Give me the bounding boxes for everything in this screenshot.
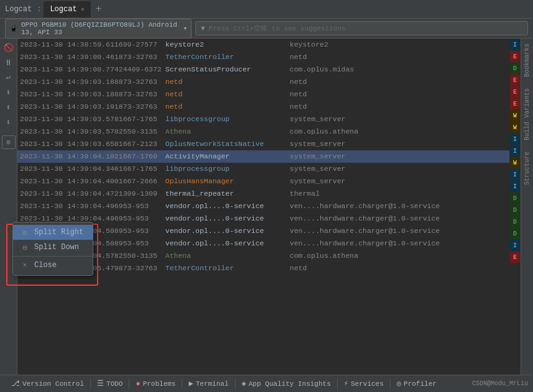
device-selector[interactable]: 📱 OPPO PGBM10 (D6FQIZIB6PTO89LJ) Android… bbox=[5, 19, 192, 39]
level-badge: D bbox=[510, 193, 520, 204]
level-badge: I bbox=[510, 169, 520, 180]
table-row[interactable]: 2023-11-30 14:39:03.188 873-32763 netd n… bbox=[17, 88, 509, 101]
table-row[interactable]: 2023-11-30 14:39:03.578 2550-3135 Athena… bbox=[17, 125, 509, 138]
close-icon[interactable]: ✕ bbox=[81, 6, 85, 13]
log-pid: 1667-2666 bbox=[119, 176, 165, 187]
level-badge: D bbox=[510, 204, 520, 216]
log-pkg: system_server bbox=[290, 151, 414, 162]
split-right-label: Split Right bbox=[34, 228, 83, 237]
scroll-end-button[interactable]: ⬇ bbox=[2, 86, 16, 99]
log-tag: libprocessgroup bbox=[165, 163, 290, 175]
tab-bar: Logcat : Logcat ✕ + bbox=[0, 0, 533, 19]
menu-separator bbox=[13, 256, 93, 257]
table-row[interactable]: 2023-11-30 14:39:04.400 1667-2666 OplusH… bbox=[17, 175, 509, 188]
log-pkg: com.oplus.athena bbox=[290, 250, 414, 262]
tab-logcat-label: Logcat bbox=[50, 5, 76, 14]
version-control-icon: ⎇ bbox=[11, 379, 20, 388]
left-sidebar: 🚫 ⏸ ↩ ⬇ ⬆ ⬇ ⊞ bbox=[0, 39, 17, 375]
log-pid: 1309-1309 bbox=[119, 188, 165, 199]
log-pkg: com.oplus.athena bbox=[290, 126, 414, 137]
log-tag: thermal_repeater bbox=[165, 188, 290, 199]
log-time: 2023-11-30 14:38:59.611 bbox=[20, 39, 119, 50]
log-tag: ActivityManager bbox=[165, 151, 290, 162]
level-badge: I bbox=[510, 134, 520, 145]
log-tag: OplusNetworkStatsNative bbox=[165, 139, 290, 150]
clear-button[interactable]: 🚫 bbox=[2, 41, 16, 55]
log-pid: 699-27577 bbox=[119, 39, 165, 50]
pause-button[interactable]: ⏸ bbox=[2, 56, 16, 70]
log-pkg: system_server bbox=[290, 139, 414, 150]
table-row[interactable]: 2023-11-30 14:39:03.578 1667-1765 libpro… bbox=[17, 113, 509, 125]
filter-input[interactable]: ▼ Press Ctrl+空格 to see suggestions bbox=[195, 21, 528, 35]
todo-icon: ☰ bbox=[97, 379, 104, 388]
split-right-icon: ⊞ bbox=[21, 229, 29, 237]
log-pkg: com.oplus.midas bbox=[290, 64, 414, 75]
log-tag: Athena bbox=[165, 250, 290, 262]
table-row[interactable]: 2023-11-30 14:39:03.658 1667-2123 OplusN… bbox=[17, 138, 509, 150]
up-button[interactable]: ⬆ bbox=[2, 101, 16, 114]
log-pid: 1667-2123 bbox=[119, 139, 165, 150]
table-row[interactable]: 2023-11-30 14:39:03.191 873-32763 netd n… bbox=[17, 101, 509, 113]
app-quality-label: App Quality Insights bbox=[249, 380, 331, 388]
level-badge: I bbox=[510, 181, 520, 192]
terminal-button[interactable]: ▶ Terminal bbox=[182, 375, 234, 392]
level-badge: D bbox=[510, 228, 520, 239]
log-pkg: keystore2 bbox=[290, 39, 414, 50]
build-variants-tab[interactable]: Build Variants bbox=[522, 83, 532, 145]
log-pid: 873-32763 bbox=[119, 101, 165, 112]
level-badge: E bbox=[510, 98, 520, 109]
terminal-label: Terminal bbox=[196, 380, 229, 388]
level-badge: E bbox=[510, 75, 520, 86]
add-tab-button[interactable]: + bbox=[92, 4, 106, 15]
log-pkg: netd bbox=[290, 89, 414, 100]
tab-logcat[interactable]: Logcat ✕ bbox=[44, 1, 90, 17]
table-row[interactable]: 2023-11-30 14:39:00.461 873-32763 Tether… bbox=[17, 51, 509, 63]
log-pkg: ven....hardware.charger@1.0-service bbox=[290, 226, 440, 237]
table-row[interactable]: 2023-11-30 14:39:00.774 24409-6372 Scree… bbox=[17, 63, 509, 76]
split-right-menu-item[interactable]: ⊞ Split Right bbox=[13, 225, 93, 240]
app-quality-icon: ◈ bbox=[242, 379, 246, 388]
log-time: 2023-11-30 14:39:04.472 bbox=[20, 188, 119, 199]
log-pkg: thermal bbox=[290, 188, 414, 199]
log-pkg: netd bbox=[290, 101, 414, 112]
services-button[interactable]: ⚡ Services bbox=[338, 375, 390, 392]
android-icon: 📱 bbox=[9, 24, 18, 32]
far-right-tabs: Bookmarks Build Variants Structure bbox=[521, 39, 533, 375]
profiler-icon: ◎ bbox=[397, 379, 401, 388]
level-badge: D bbox=[510, 63, 520, 74]
log-pid: 24409-6372 bbox=[119, 64, 165, 75]
structure-tab[interactable]: Structure bbox=[522, 147, 532, 190]
level-badge: W bbox=[510, 122, 520, 133]
todo-button[interactable]: ☰ TODO bbox=[91, 375, 129, 392]
table-row[interactable]: 2023-11-30 14:38:59.611 699-27577 keysto… bbox=[17, 39, 509, 51]
table-row[interactable]: 2023-11-30 14:39:04.102 1667-1760 Activi… bbox=[17, 150, 509, 163]
table-row[interactable]: 2023-11-30 14:39:04.496 953-953 vendor.o… bbox=[17, 200, 509, 212]
profiler-button[interactable]: ◎ Profiler bbox=[391, 375, 443, 392]
level-badge: I bbox=[510, 145, 520, 157]
table-row[interactable]: 2023-11-30 14:39:04.472 1309-1309 therma… bbox=[17, 188, 509, 200]
table-row[interactable]: 2023-11-30 14:39:04.346 1667-1765 libpro… bbox=[17, 163, 509, 175]
table-row[interactable]: 2023-11-30 14:39:03.188 873-32763 netd n… bbox=[17, 76, 509, 88]
split-down-menu-item[interactable]: ⊟ Split Down bbox=[13, 240, 93, 255]
log-pkg: netd bbox=[290, 52, 414, 63]
log-tag: netd bbox=[165, 89, 290, 100]
split-button[interactable]: ⊞ bbox=[2, 135, 16, 149]
log-tag: vendor.opl....0-service bbox=[165, 213, 290, 224]
filter-icon: ▼ bbox=[201, 25, 205, 32]
device-name: OPPO PGBM10 (D6FQIZIB6PTO89LJ) Android 1… bbox=[21, 21, 179, 36]
log-area[interactable]: 2023-11-30 14:38:59.611 699-27577 keysto… bbox=[17, 39, 509, 375]
close-menu-item[interactable]: × Close bbox=[13, 258, 93, 273]
log-pid: 1667-1760 bbox=[119, 151, 165, 162]
log-time: 2023-11-30 14:39:04.346 bbox=[20, 163, 119, 175]
log-pid: 1667-1765 bbox=[119, 163, 165, 175]
log-tag: vendor.opl....0-service bbox=[165, 238, 290, 249]
bookmarks-tab[interactable]: Bookmarks bbox=[522, 39, 532, 82]
version-control-button[interactable]: ⎇ Version Control bbox=[5, 375, 90, 392]
app-quality-button[interactable]: ◈ App Quality Insights bbox=[236, 375, 337, 392]
log-time: 2023-11-30 14:39:04.400 bbox=[20, 176, 119, 187]
log-pid: 1667-1765 bbox=[119, 114, 165, 125]
down-button[interactable]: ⬇ bbox=[2, 116, 16, 129]
log-tag: TetherController bbox=[165, 52, 290, 63]
problems-button[interactable]: ● Problems bbox=[129, 375, 182, 392]
restart-button[interactable]: ↩ bbox=[2, 71, 16, 84]
